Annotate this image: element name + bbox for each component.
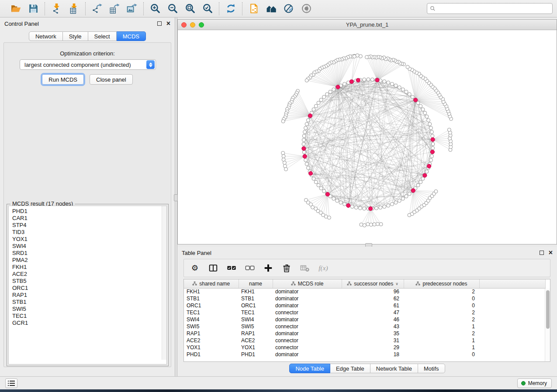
network-node[interactable] (429, 126, 432, 130)
mcds-result-item[interactable]: STB5 (12, 278, 166, 285)
network-node[interactable] (303, 130, 307, 134)
network-node[interactable] (329, 90, 332, 93)
column-header-predecessor-nodes[interactable]: predecessor nodes (404, 279, 479, 288)
network-node[interactable] (363, 207, 366, 210)
network-node[interactable] (411, 95, 414, 99)
network-node[interactable] (306, 166, 310, 170)
network-node[interactable] (405, 195, 408, 198)
float-panel-icon[interactable] (540, 251, 544, 255)
network-hub-node[interactable] (431, 138, 435, 141)
float-panel-icon[interactable] (157, 21, 162, 26)
mcds-result-item[interactable]: PMA2 (12, 257, 166, 264)
mcds-list-scrollbar[interactable] (162, 206, 166, 360)
search-input[interactable] (438, 4, 550, 13)
mcds-result-item[interactable]: RAP1 (12, 292, 166, 299)
tab-mcds[interactable]: MCDS (117, 31, 146, 41)
table-row[interactable]: TEC1TEC1connector472 (184, 309, 545, 316)
tab-network[interactable]: Network (29, 31, 63, 41)
criterion-dropdown[interactable]: largest connected component (undirected) (20, 59, 156, 70)
network-view-canvas[interactable] (178, 30, 557, 244)
network-node[interactable] (317, 101, 320, 105)
network-node[interactable] (343, 82, 346, 86)
network-node[interactable] (431, 142, 435, 146)
network-node[interactable] (281, 120, 285, 123)
network-node[interactable] (336, 199, 339, 203)
network-node[interactable] (319, 98, 323, 102)
network-node[interactable] (431, 146, 435, 150)
network-node[interactable] (332, 197, 336, 200)
table-row[interactable]: ACE2ACE2connector311 (184, 337, 545, 344)
network-node[interactable] (430, 155, 433, 158)
select-all-rows-button[interactable] (226, 262, 237, 274)
show-hide-button[interactable] (299, 2, 314, 15)
network-node[interactable] (306, 119, 310, 122)
network-node[interactable] (373, 223, 376, 226)
table-row[interactable]: RAP1RAP1dominator352 (184, 330, 545, 337)
network-node[interactable] (304, 126, 308, 130)
search-box[interactable] (427, 3, 553, 14)
column-header-MCDS-role[interactable]: MCDS role (273, 279, 342, 288)
network-node[interactable] (359, 55, 362, 58)
table-row[interactable]: SWI5SWI5connector431 (184, 323, 545, 330)
network-hub-node[interactable] (369, 206, 373, 210)
network-node[interactable] (434, 190, 438, 193)
column-header-shared-name[interactable]: shared name (184, 279, 239, 288)
table-row[interactable]: STB1STB1dominator620 (184, 295, 545, 302)
network-node[interactable] (366, 223, 370, 226)
mcds-result-item[interactable]: SWI5 (12, 306, 166, 313)
network-node[interactable] (353, 55, 356, 58)
column-header-name[interactable]: name (239, 279, 273, 288)
network-hub-node[interactable] (336, 85, 340, 89)
network-node[interactable] (312, 108, 315, 111)
run-mcds-button[interactable]: Run MCDS (42, 74, 84, 85)
network-node[interactable] (350, 205, 354, 208)
network-node[interactable] (302, 138, 305, 142)
network-node[interactable] (312, 177, 315, 180)
network-node[interactable] (427, 119, 430, 122)
network-node[interactable] (376, 222, 379, 226)
mcds-result-item[interactable]: SWI4 (12, 243, 166, 250)
network-node[interactable] (304, 158, 308, 162)
zoom-in-button[interactable] (148, 2, 163, 15)
network-node[interactable] (408, 192, 411, 196)
toggle-columns-button[interactable] (208, 262, 219, 274)
zoom-fit-button[interactable] (183, 2, 197, 15)
network-node[interactable] (363, 224, 366, 227)
tab-network-table[interactable]: Network Table (370, 364, 418, 373)
network-node[interactable] (394, 84, 398, 87)
deselect-all-rows-button[interactable] (244, 262, 256, 274)
mcds-result-item[interactable]: TID3 (12, 229, 166, 236)
network-node[interactable] (398, 199, 401, 203)
mcds-result-item[interactable]: FKH1 (12, 264, 166, 271)
network-node[interactable] (305, 79, 308, 82)
network-hub-node[interactable] (375, 78, 379, 82)
open-session-button[interactable] (8, 2, 23, 15)
network-node[interactable] (302, 142, 305, 146)
tab-edge-table[interactable]: Edge Table (330, 364, 370, 373)
network-node[interactable] (339, 201, 343, 204)
table-settings-button[interactable]: ⚙ (189, 262, 201, 274)
style-marker-button[interactable] (281, 2, 296, 15)
network-node[interactable] (305, 162, 308, 166)
network-node[interactable] (282, 155, 285, 158)
table-row[interactable]: FKH1FKH1dominator962 (184, 288, 545, 295)
network-node[interactable] (416, 183, 420, 187)
network-node[interactable] (379, 206, 382, 209)
zoom-selected-button[interactable] (200, 2, 215, 15)
network-node[interactable] (425, 170, 429, 173)
network-node[interactable] (423, 111, 427, 115)
column-header-successor-nodes[interactable]: successor nodes∨ (342, 279, 404, 288)
network-node[interactable] (343, 203, 346, 206)
table-scrollbar-thumb[interactable] (546, 290, 550, 329)
zoom-out-button[interactable] (165, 2, 180, 15)
network-node[interactable] (406, 65, 409, 69)
network-hub-node[interactable] (423, 173, 427, 177)
mcds-result-item[interactable]: PHD1 (12, 208, 166, 215)
network-node[interactable] (419, 104, 422, 108)
network-window-titlebar[interactable]: YPA_prune.txt_1 (178, 20, 557, 30)
table-row[interactable]: YOX1YOX1connector291 (184, 344, 545, 351)
network-node[interactable] (284, 168, 288, 171)
network-node[interactable] (325, 93, 329, 96)
network-hub-node[interactable] (325, 192, 329, 196)
mcds-result-item[interactable]: STB1 (12, 299, 166, 306)
